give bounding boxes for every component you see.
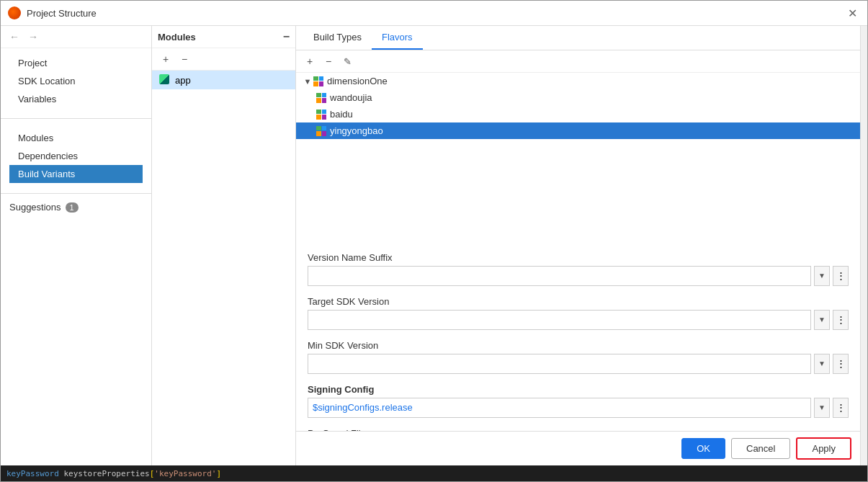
right-scrollbar[interactable] bbox=[860, 26, 867, 465]
tabs-bar: Build Types Flavors bbox=[296, 26, 860, 50]
min-sdk-version-row: ▼ ⋮ bbox=[308, 354, 849, 374]
flavors-toolbar: + − ✎ bbox=[296, 50, 860, 73]
sidebar: ← → Project SDK Location Variables Modul… bbox=[1, 26, 152, 465]
modules-panel: Modules − + − app bbox=[152, 26, 296, 465]
sidebar-item-dependencies[interactable]: Dependencies bbox=[9, 147, 143, 165]
modules-panel-header: Modules − bbox=[152, 26, 295, 48]
min-sdk-version-dropdown[interactable]: ▼ bbox=[814, 354, 830, 374]
tree-item-wandoujia-label: wandoujia bbox=[330, 92, 372, 103]
flavor-edit-button[interactable]: ✎ bbox=[339, 53, 355, 69]
min-sdk-version-extra[interactable]: ⋮ bbox=[833, 354, 849, 374]
modules-panel-title: Modules bbox=[158, 32, 283, 43]
target-sdk-version-dropdown[interactable]: ▼ bbox=[814, 310, 830, 330]
back-arrow[interactable]: ← bbox=[6, 29, 22, 45]
version-name-suffix-select[interactable] bbox=[308, 266, 811, 286]
code-hint-bracket-close: ] bbox=[216, 469, 221, 478]
target-sdk-version-row: ▼ ⋮ bbox=[308, 310, 849, 330]
version-name-suffix-dropdown[interactable]: ▼ bbox=[814, 266, 830, 286]
min-sdk-version-select[interactable] bbox=[308, 354, 811, 374]
tab-build-types[interactable]: Build Types bbox=[303, 26, 372, 50]
flavor-remove-button[interactable]: − bbox=[321, 53, 336, 69]
min-sdk-version-label: Min SDK Version bbox=[308, 340, 849, 351]
modules-panel-toolbar: + − bbox=[152, 48, 295, 71]
version-name-suffix-extra[interactable]: ⋮ bbox=[833, 266, 849, 286]
target-sdk-version-extra[interactable]: ⋮ bbox=[833, 310, 849, 330]
tree-item-yingyongbao[interactable]: yingyongbao bbox=[296, 122, 860, 139]
baidu-icon bbox=[316, 110, 326, 120]
signing-config-extra[interactable]: ⋮ bbox=[833, 398, 849, 418]
project-structure-dialog: Project Structure ✕ ← → Project SDK Loca… bbox=[0, 0, 868, 482]
signing-config-select[interactable]: $signingConfigs.release bbox=[308, 398, 811, 418]
forward-arrow[interactable]: → bbox=[25, 29, 41, 45]
target-sdk-version-label: Target SDK Version bbox=[308, 296, 849, 307]
tree-item-dimensionOne-label: dimensionOne bbox=[327, 76, 388, 86]
code-hint-text: keystoreProperties bbox=[59, 469, 150, 478]
dimension-icon bbox=[313, 76, 323, 86]
version-name-suffix-group: Version Name Suffix ▼ ⋮ bbox=[308, 252, 849, 286]
sidebar-middle-section: Modules Dependencies Build Variants bbox=[1, 123, 151, 189]
close-button[interactable]: ✕ bbox=[844, 5, 860, 21]
sidebar-divider-1 bbox=[1, 118, 151, 119]
sidebar-item-sdk-location[interactable]: SDK Location bbox=[9, 72, 143, 90]
wandoujia-icon bbox=[316, 93, 326, 103]
sidebar-item-modules[interactable]: Modules bbox=[9, 129, 143, 147]
flavor-add-button[interactable]: + bbox=[302, 53, 318, 69]
modules-add-button[interactable]: + bbox=[158, 51, 174, 67]
module-item-label: app bbox=[175, 75, 191, 86]
sidebar-top-section: Project SDK Location Variables bbox=[1, 48, 151, 114]
modules-list: app bbox=[152, 71, 295, 465]
suggestions-label: Suggestions bbox=[9, 202, 61, 213]
sidebar-item-build-variants[interactable]: Build Variants bbox=[9, 165, 143, 183]
tree-item-yingyongbao-label: yingyongbao bbox=[330, 125, 383, 136]
min-sdk-version-group: Min SDK Version ▼ ⋮ bbox=[308, 340, 849, 374]
tree-item-baidu-label: baidu bbox=[330, 109, 353, 120]
tree-item-wandoujia[interactable]: wandoujia bbox=[296, 89, 860, 106]
ok-button[interactable]: OK bbox=[681, 438, 725, 459]
suggestions-badge: 1 bbox=[66, 202, 79, 213]
sidebar-item-suggestions[interactable]: Suggestions 1 bbox=[1, 198, 151, 216]
cancel-button[interactable]: Cancel bbox=[731, 438, 790, 459]
sidebar-item-project[interactable]: Project bbox=[9, 54, 143, 72]
modules-remove-button[interactable]: − bbox=[176, 51, 192, 67]
signing-config-row: $signingConfigs.release ▼ ⋮ bbox=[308, 398, 849, 418]
signing-config-label: Signing Config bbox=[308, 384, 849, 395]
sidebar-item-variables[interactable]: Variables bbox=[9, 90, 143, 108]
app-icon bbox=[8, 6, 21, 19]
signing-config-group: Signing Config $signingConfigs.release ▼… bbox=[308, 384, 849, 418]
tree-item-dimensionOne[interactable]: ▼ dimensionOne bbox=[296, 73, 860, 89]
title-bar: Project Structure ✕ bbox=[1, 1, 867, 26]
code-hint-bracket: [ bbox=[150, 469, 155, 478]
version-name-suffix-row: ▼ ⋮ bbox=[308, 266, 849, 286]
nav-icons: ← → bbox=[1, 26, 151, 48]
apply-button[interactable]: Apply bbox=[796, 437, 851, 460]
tree-expand-arrow: ▼ bbox=[302, 77, 313, 86]
code-hint-string: 'keyPassword' bbox=[154, 469, 216, 478]
flavor-tree: ▼ dimensionOne wandoujia bbox=[296, 73, 860, 245]
target-sdk-version-select[interactable] bbox=[308, 310, 811, 330]
module-item-app[interactable]: app bbox=[152, 71, 295, 89]
tree-item-baidu[interactable]: baidu bbox=[296, 106, 860, 122]
right-panel: Build Types Flavors + − ✎ ▼ dimensionOne bbox=[296, 26, 860, 465]
dialog-title: Project Structure bbox=[27, 8, 838, 19]
modules-panel-minimize[interactable]: − bbox=[283, 30, 290, 43]
code-hint-keyword: keyPassword bbox=[6, 469, 59, 478]
target-sdk-version-group: Target SDK Version ▼ ⋮ bbox=[308, 296, 849, 330]
bottom-code-hint: keyPassword keystoreProperties [ 'keyPas… bbox=[1, 465, 867, 481]
bottom-bar: OK Cancel Apply bbox=[296, 431, 860, 465]
android-module-icon bbox=[159, 74, 171, 86]
signing-config-dropdown[interactable]: ▼ bbox=[814, 398, 830, 418]
yingyongbao-icon bbox=[316, 126, 326, 136]
sidebar-divider-2 bbox=[1, 193, 151, 194]
tab-flavors[interactable]: Flavors bbox=[372, 26, 423, 50]
form-area: Version Name Suffix ▼ ⋮ Target SDK Versi… bbox=[296, 245, 860, 432]
main-content: ← → Project SDK Location Variables Modul… bbox=[1, 26, 867, 465]
version-name-suffix-label: Version Name Suffix bbox=[308, 252, 849, 263]
